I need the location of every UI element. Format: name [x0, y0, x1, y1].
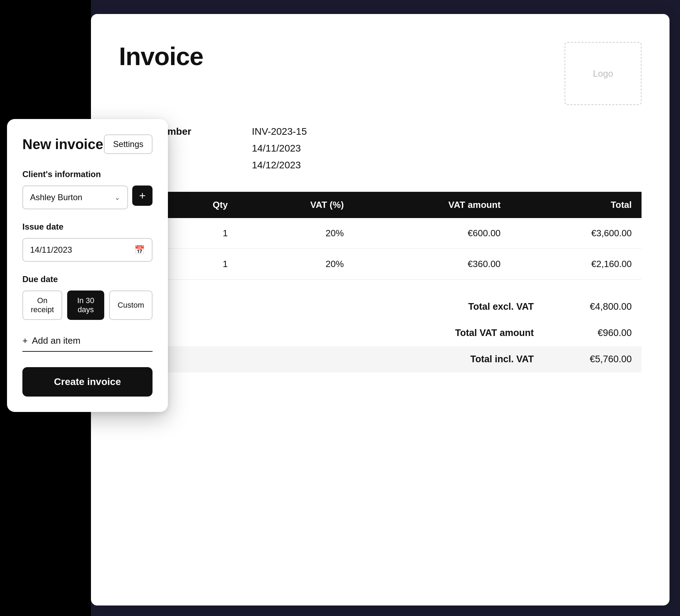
add-item-plus-icon: + [22, 335, 28, 346]
row1-vat-amount: €600.00 [354, 218, 510, 249]
client-section-label: Client's information [22, 169, 153, 179]
invoice-table: Qty VAT (%) VAT amount Total 1 20% €600.… [119, 192, 642, 280]
client-row: Ashley Burton ⌄ + [22, 186, 153, 209]
row2-vat-amount: €360.00 [354, 249, 510, 280]
panel-title: New invoice [22, 136, 103, 152]
total-vat-amount-value: €960.00 [576, 328, 632, 338]
col-header-vat-pct: VAT (%) [238, 192, 354, 218]
add-item-row[interactable]: + Add an item [22, 335, 153, 352]
row2-vat-pct: 20% [238, 249, 354, 280]
table-header-row: Qty VAT (%) VAT amount Total [119, 192, 642, 218]
total-excl-vat-row: Total excl. VAT €4,800.00 [119, 294, 642, 320]
invoice-meta: Invoice number INV-2023-15 Issue date 14… [119, 126, 642, 171]
client-selected-name: Ashley Burton [30, 192, 82, 202]
total-excl-vat-value: €4,800.00 [576, 301, 632, 312]
due-option-custom[interactable]: Custom [109, 290, 153, 320]
row1-total: €3,600.00 [510, 218, 642, 249]
create-invoice-button[interactable]: Create invoice [22, 367, 153, 397]
invoice-number-value: INV-2023-15 [252, 126, 307, 137]
settings-button[interactable]: Settings [104, 134, 153, 154]
row2-qty: 1 [162, 249, 238, 280]
col-header-qty: Qty [162, 192, 238, 218]
due-date-options: On receipt In 30 days Custom [22, 290, 153, 320]
invoice-header: Invoice Logo [119, 42, 642, 105]
invoice-totals: Total excl. VAT €4,800.00 Total VAT amou… [119, 294, 642, 372]
row1-vat-pct: 20% [238, 218, 354, 249]
add-item-label: Add an item [32, 335, 80, 346]
row1-qty: 1 [162, 218, 238, 249]
invoice-due-value: 14/12/2023 [252, 160, 301, 171]
total-vat-amount-row: Total VAT amount €960.00 [119, 320, 642, 346]
total-vat-amount-label: Total VAT amount [429, 328, 534, 338]
issue-date-input[interactable]: 14/11/2023 📅 [22, 238, 153, 262]
logo-placeholder[interactable]: Logo [565, 42, 642, 105]
due-date-label: Due date [22, 274, 153, 284]
add-client-button[interactable]: + [132, 186, 153, 206]
invoice-card: Invoice Logo Invoice number INV-2023-15 … [91, 14, 670, 606]
due-option-30-days[interactable]: In 30 days [67, 290, 104, 320]
table-row: 1 20% €360.00 €2,160.00 [119, 249, 642, 280]
invoice-issue-row: Issue date 14/11/2023 [119, 143, 642, 154]
col-header-vat-amount: VAT amount [354, 192, 510, 218]
invoice-number-row: Invoice number INV-2023-15 [119, 126, 642, 137]
panel-header: New invoice Settings [22, 134, 153, 154]
due-option-on-receipt[interactable]: On receipt [22, 290, 62, 320]
total-excl-vat-label: Total excl. VAT [429, 301, 534, 312]
plus-icon: + [139, 189, 146, 202]
client-select-dropdown[interactable]: Ashley Burton ⌄ [22, 186, 128, 209]
col-header-total: Total [510, 192, 642, 218]
new-invoice-panel: New invoice Settings Client's informatio… [7, 119, 168, 412]
invoice-issue-value: 14/11/2023 [252, 143, 301, 154]
calendar-icon: 📅 [134, 245, 145, 255]
total-incl-vat-value: €5,760.00 [576, 354, 632, 365]
row2-total: €2,160.00 [510, 249, 642, 280]
total-incl-vat-label: Total incl. VAT [429, 354, 534, 365]
chevron-down-icon: ⌄ [114, 193, 120, 202]
table-row: 1 20% €600.00 €3,600.00 [119, 218, 642, 249]
total-incl-vat-row: Total incl. VAT €5,760.00 [119, 346, 642, 372]
issue-date-label: Issue date [22, 222, 153, 232]
issue-date-value: 14/11/2023 [30, 245, 72, 255]
invoice-due-row: Due date 14/12/2023 [119, 160, 642, 171]
invoice-title: Invoice [119, 42, 203, 71]
